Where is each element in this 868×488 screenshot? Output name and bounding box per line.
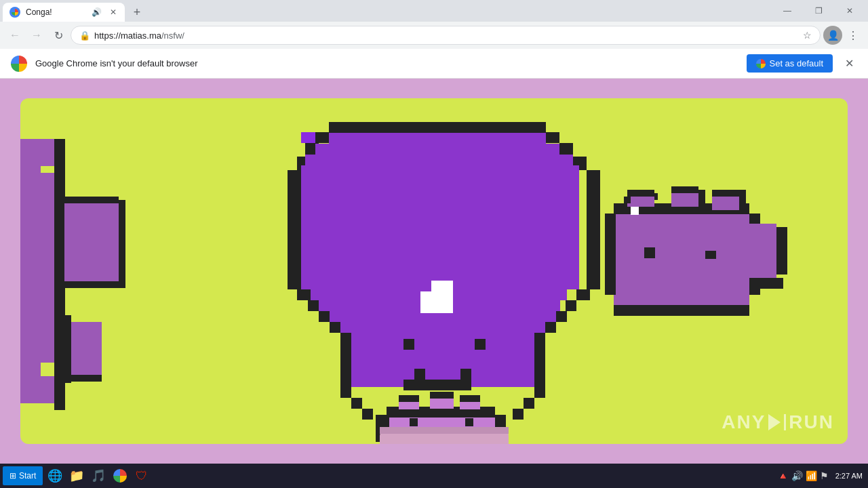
navbar: ← → ↻ 🔒 https://matias.ma/nsfw/ ☆ 👤 ⋮ <box>0 22 868 49</box>
svg-rect-55 <box>315 144 559 155</box>
svg-rect-51 <box>513 409 524 420</box>
svg-rect-71 <box>460 369 471 380</box>
tray-network-icon[interactable]: 🔺 <box>777 470 789 481</box>
tray-volume-icon[interactable]: 🔊 <box>791 470 803 481</box>
navbar-right: 👤 ⋮ <box>823 26 863 45</box>
svg-rect-79 <box>624 197 631 203</box>
address-host: https://matias.ma <box>94 30 161 41</box>
svg-rect-73 <box>605 214 616 295</box>
svg-rect-64 <box>351 333 534 387</box>
svg-rect-32 <box>288 170 301 279</box>
new-tab-button[interactable]: + <box>127 3 146 22</box>
svg-rect-27 <box>546 132 559 143</box>
window-controls: — ❐ ✕ <box>772 0 865 22</box>
anyrun-watermark: ANY RUN <box>722 411 834 433</box>
tray-flag-icon[interactable]: ⚑ <box>820 470 829 481</box>
shield-icon: 🛡 <box>136 469 148 483</box>
svg-rect-88 <box>644 247 655 258</box>
taskbar-ie-button[interactable]: 🌐 <box>45 466 64 485</box>
svg-rect-36 <box>297 289 311 300</box>
svg-rect-69 <box>403 380 471 390</box>
titlebar: Conga! 🔊 ✕ + — ❐ ✕ <box>0 0 868 22</box>
svg-rect-12 <box>68 322 102 376</box>
profile-icon[interactable]: 👤 <box>823 26 842 45</box>
svg-rect-7 <box>20 139 54 150</box>
svg-rect-14 <box>68 375 102 382</box>
svg-rect-76 <box>614 305 749 316</box>
svg-rect-78 <box>627 190 654 197</box>
taskbar-chrome-button[interactable] <box>111 466 130 485</box>
svg-rect-101 <box>430 392 454 399</box>
svg-rect-8 <box>64 200 119 281</box>
svg-rect-80 <box>654 193 658 200</box>
set-as-default-button[interactable]: Set as default <box>747 54 833 73</box>
taskbar-shield-button[interactable]: 🛡 <box>132 466 151 485</box>
start-icon: ⊞ <box>9 471 16 481</box>
svg-rect-53 <box>329 122 546 133</box>
bookmark-star-icon[interactable]: ☆ <box>803 30 812 41</box>
svg-rect-3 <box>20 390 54 403</box>
svg-rect-91 <box>776 227 787 274</box>
svg-rect-83 <box>698 190 705 203</box>
system-clock[interactable]: 2:27 AM <box>833 471 865 481</box>
svg-rect-90 <box>749 224 776 278</box>
svg-rect-56 <box>305 155 573 165</box>
svg-rect-66 <box>431 281 453 291</box>
notification-bar: Google Chrome isn't your default browser… <box>0 49 868 79</box>
svg-rect-108 <box>380 427 509 434</box>
start-button[interactable]: ⊞ Start <box>3 466 43 485</box>
svg-rect-63 <box>340 322 545 333</box>
active-tab[interactable]: Conga! 🔊 ✕ <box>3 3 125 22</box>
media-icon: 🎵 <box>91 468 106 483</box>
svg-rect-9 <box>64 197 119 203</box>
svg-rect-92 <box>749 278 783 289</box>
taskbar-media-button[interactable]: 🎵 <box>89 466 108 485</box>
maximize-button[interactable]: ❐ <box>803 0 834 22</box>
chrome-icon <box>113 469 127 483</box>
watermark-run-text: RUN <box>789 411 834 433</box>
svg-rect-44 <box>340 333 351 387</box>
refresh-button[interactable]: ↻ <box>49 26 68 45</box>
tab-audio-icon[interactable]: 🔊 <box>92 7 102 17</box>
svg-rect-45 <box>534 333 545 387</box>
forward-button[interactable]: → <box>27 26 46 45</box>
taskbar-right: 🔺 🔊 📶 ⚑ 2:27 AM <box>777 470 865 481</box>
svg-rect-105 <box>465 418 473 426</box>
svg-rect-58 <box>301 176 579 279</box>
taskbar-items: 🌐 📁 🎵 🛡 <box>45 466 776 485</box>
page-content: ANY RUN <box>0 79 868 464</box>
svg-rect-82 <box>671 186 698 193</box>
address-path: /nsfw/ <box>161 30 184 41</box>
tray-battery-icon[interactable]: 📶 <box>806 470 817 481</box>
favicon-icon <box>12 9 18 16</box>
svg-rect-52 <box>301 132 315 143</box>
close-button[interactable]: ✕ <box>834 0 865 22</box>
svg-rect-6 <box>54 139 65 410</box>
tab-favicon <box>9 7 20 18</box>
taskbar-folder-button[interactable]: 📁 <box>67 466 86 485</box>
svg-rect-65 <box>420 291 453 313</box>
svg-rect-10 <box>119 200 125 281</box>
notification-close-button[interactable]: ✕ <box>841 56 857 72</box>
svg-rect-57 <box>301 165 579 176</box>
main-character-svg <box>20 98 848 444</box>
menu-button[interactable]: ⋮ <box>844 26 863 45</box>
svg-rect-85 <box>712 190 739 197</box>
svg-rect-54 <box>329 133 546 144</box>
address-bar[interactable]: 🔒 https://matias.ma/nsfw/ ☆ <box>71 26 821 45</box>
svg-rect-13 <box>64 315 71 383</box>
svg-rect-37 <box>576 289 590 300</box>
watermark-any-text: ANY <box>722 411 766 433</box>
svg-rect-72 <box>614 203 749 305</box>
svg-rect-68 <box>475 339 486 350</box>
back-button[interactable]: ← <box>5 26 24 45</box>
watermark-play-icon <box>768 414 786 430</box>
svg-rect-33 <box>587 170 600 279</box>
svg-rect-87 <box>631 207 639 215</box>
svg-rect-103 <box>460 395 480 402</box>
minimize-button[interactable]: — <box>772 0 803 22</box>
ie-icon: 🌐 <box>47 468 62 483</box>
tab-close-button[interactable]: ✕ <box>107 6 119 18</box>
notification-text: Google Chrome isn't your default browser <box>35 58 738 68</box>
lock-icon: 🔒 <box>79 30 90 41</box>
